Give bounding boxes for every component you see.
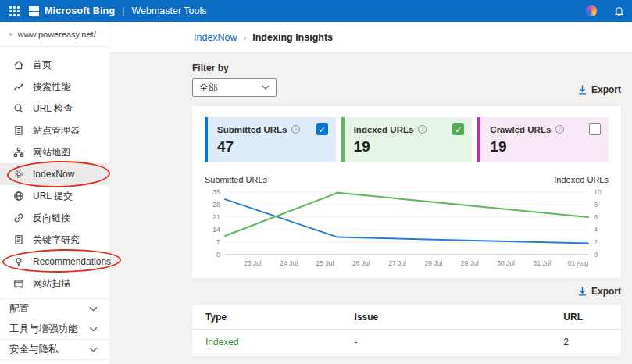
- card-submitted-urls: Submitted URLs i ✓ 47: [205, 117, 336, 162]
- sidebar-item-url-inspection[interactable]: URL 检查: [0, 98, 109, 120]
- site-selector[interactable]: www.powereasy.net/: [0, 22, 109, 47]
- sidebar-item-site-explorer[interactable]: 站点管理器: [0, 120, 109, 141]
- download-icon: [578, 287, 587, 296]
- breadcrumb-separator-icon: ›: [244, 33, 247, 42]
- sidebar-section-security[interactable]: 安全与隐私: [0, 340, 109, 360]
- sidebar-item-keyword-research[interactable]: 关键字研究: [0, 229, 109, 251]
- info-icon[interactable]: i: [418, 125, 427, 134]
- gear-icon: [13, 169, 24, 180]
- globe-icon: [9, 28, 12, 41]
- svg-text:35: 35: [212, 188, 220, 196]
- chevron-down-icon: [101, 32, 102, 37]
- indexed-urls-value: 19: [354, 138, 465, 155]
- sidebar-item-indexnow[interactable]: IndexNow: [0, 163, 109, 185]
- chevron-down-icon: [262, 85, 270, 90]
- breadcrumb-indexnow-link[interactable]: IndexNow: [194, 32, 237, 43]
- svg-text:0: 0: [594, 251, 598, 259]
- trend-line-chart[interactable]: 0072144216288351023 Jul24 Jul25 Jul26 Ju…: [205, 186, 609, 269]
- trend-icon: [13, 81, 24, 92]
- info-icon[interactable]: i: [555, 125, 564, 134]
- svg-text:26 Jul: 26 Jul: [352, 259, 370, 267]
- download-icon: [578, 85, 587, 95]
- submitted-urls-value: 47: [217, 138, 328, 155]
- svg-text:25 Jul: 25 Jul: [316, 259, 334, 267]
- column-type: Type: [205, 312, 355, 323]
- home-icon: [13, 59, 24, 70]
- indexed-urls-checkbox[interactable]: ✓: [452, 123, 464, 135]
- info-icon[interactable]: i: [291, 125, 300, 134]
- search-icon: [13, 103, 24, 114]
- svg-text:0: 0: [216, 251, 220, 259]
- svg-text:27 Jul: 27 Jul: [388, 259, 406, 267]
- svg-text:28 Jul: 28 Jul: [425, 259, 443, 267]
- filter-by-label: Filter by: [192, 62, 277, 73]
- sidebar-item-backlinks[interactable]: 反向链接: [0, 207, 109, 229]
- export-button-top[interactable]: Export: [578, 84, 621, 97]
- document-list-icon: [13, 125, 24, 136]
- indexing-insights-panel: Submitted URLs i ✓ 47 Indexed URLs i: [192, 106, 621, 278]
- product-title[interactable]: Webmaster Tools: [131, 5, 206, 16]
- svg-text:7: 7: [216, 238, 220, 246]
- chevron-down-icon: [89, 306, 98, 312]
- table-header-row: Type Issue URL: [192, 305, 621, 330]
- sidebar-item-sitemaps[interactable]: 网站地图: [0, 141, 109, 163]
- sidebar-nav: 首页 搜索性能 URL 检查 站点管理器 网站地图: [0, 47, 109, 360]
- svg-text:30 Jul: 30 Jul: [497, 259, 515, 267]
- sidebar-item-home[interactable]: 首页: [0, 54, 109, 76]
- filter-dropdown-value: 全部: [199, 81, 218, 95]
- lightbulb-icon: [13, 256, 24, 267]
- column-issue: Issue: [355, 312, 564, 323]
- right-axis-title: Indexed URLs: [554, 175, 609, 184]
- app-launcher-icon[interactable]: [9, 6, 20, 16]
- breadcrumb: IndexNow › Indexing Insights: [109, 22, 632, 53]
- top-bar: Microsoft Bing | Webmaster Tools: [0, 0, 632, 22]
- copilot-icon[interactable]: [586, 5, 597, 16]
- cell-type: Indexed: [205, 337, 355, 348]
- notifications-bell-icon[interactable]: [614, 5, 624, 16]
- sidebar-item-search-performance[interactable]: 搜索性能: [0, 76, 109, 98]
- chevron-down-icon: [89, 347, 98, 352]
- brand-divider: |: [122, 5, 124, 16]
- sidebar-section-tools[interactable]: 工具与增强功能: [0, 319, 109, 340]
- svg-text:28: 28: [212, 201, 220, 209]
- sitemap-icon: [13, 147, 24, 158]
- cell-url: 2: [563, 337, 608, 348]
- card-indexed-urls: Indexed URLs i ✓ 19: [341, 117, 473, 162]
- issues-table: Type Issue URL Indexed - 2: [192, 305, 621, 356]
- sidebar: www.powereasy.net/ 首页 搜索性能 URL 检查: [0, 22, 109, 364]
- metric-cards: Submitted URLs i ✓ 47 Indexed URLs i: [205, 117, 609, 162]
- svg-text:24 Jul: 24 Jul: [280, 259, 298, 267]
- site-url: www.powereasy.net/: [18, 30, 96, 39]
- main-area: IndexNow › Indexing Insights Filter by 全…: [109, 22, 632, 364]
- crawled-urls-checkbox[interactable]: [589, 123, 601, 135]
- crawled-urls-value: 19: [490, 138, 601, 155]
- chevron-down-icon: [89, 327, 98, 332]
- svg-text:29 Jul: 29 Jul: [461, 259, 479, 267]
- sidebar-item-recommendations[interactable]: Recommendations: [0, 251, 109, 273]
- link-icon: [13, 212, 24, 223]
- brand-title[interactable]: Microsoft Bing: [45, 5, 115, 16]
- svg-text:2: 2: [594, 238, 598, 246]
- export-button-bottom[interactable]: Export: [578, 286, 621, 298]
- svg-text:10: 10: [594, 188, 602, 196]
- sidebar-item-url-submission[interactable]: URL 提交: [0, 185, 109, 207]
- column-url: URL: [563, 312, 608, 323]
- globe-small-icon: [13, 191, 24, 202]
- sidebar-item-site-scan[interactable]: 网站扫描: [0, 273, 109, 294]
- svg-text:21: 21: [212, 213, 220, 221]
- svg-text:01 Aug: 01 Aug: [568, 259, 589, 267]
- table-row[interactable]: Indexed - 2: [192, 330, 621, 355]
- card-crawled-urls: Crawled URLs i 19: [477, 117, 609, 162]
- svg-text:23 Jul: 23 Jul: [244, 259, 262, 267]
- page: Microsoft Bing | Webmaster Tools www.pow…: [0, 0, 632, 364]
- svg-text:14: 14: [212, 226, 220, 234]
- svg-text:6: 6: [594, 213, 598, 221]
- left-axis-title: Submitted URLs: [205, 175, 267, 184]
- svg-text:4: 4: [594, 226, 598, 234]
- sidebar-section-configuration[interactable]: 配置: [0, 299, 109, 319]
- svg-text:8: 8: [594, 201, 598, 209]
- cell-issue: -: [355, 337, 564, 348]
- filter-dropdown[interactable]: 全部: [192, 78, 277, 97]
- submitted-urls-checkbox[interactable]: ✓: [316, 123, 328, 135]
- page-title: Indexing Insights: [252, 32, 333, 43]
